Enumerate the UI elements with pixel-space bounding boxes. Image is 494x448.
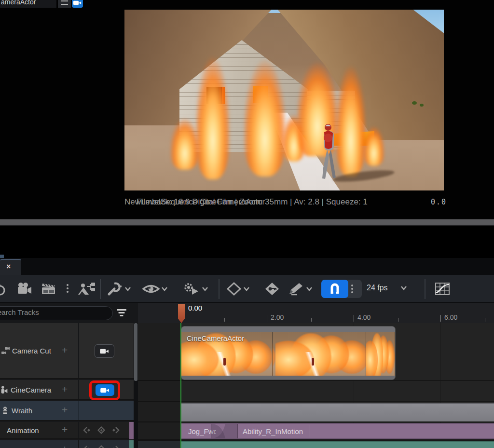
add-key-icon[interactable] — [97, 426, 105, 434]
create-camera-button[interactable] — [16, 282, 33, 296]
track-name: Camera Cut — [12, 347, 51, 355]
corner-fragment — [0, 255, 4, 258]
snapping-group — [321, 280, 362, 298]
fps-label: 24 fps — [367, 284, 388, 292]
ruler-tick — [311, 318, 312, 322]
row-separator — [138, 401, 494, 402]
prev-key-icon[interactable] — [83, 426, 92, 434]
ruler-tick — [267, 315, 267, 322]
track-scrollbar[interactable] — [134, 323, 138, 448]
search-tracks-box[interactable] — [0, 306, 113, 320]
sequencer-tab[interactable]: × — [0, 259, 21, 275]
next-key-icon[interactable] — [111, 426, 120, 434]
curve-editor-icon — [434, 282, 452, 296]
camera-cut-icon — [1, 347, 10, 355]
crossfade-region[interactable] — [211, 424, 237, 438]
camera-menu-button[interactable] — [58, 0, 71, 8]
transport-bar — [0, 226, 494, 258]
vertical-dots-icon — [67, 284, 69, 286]
ruler-tick-label: 4.00 — [357, 313, 370, 321]
track-row-animation[interactable]: Animation + — [0, 422, 134, 439]
toolbar-separator — [100, 279, 101, 299]
chevron-down-icon[interactable] — [161, 286, 168, 291]
chevron-down-icon — [400, 285, 407, 290]
bush — [420, 104, 424, 107]
render-movie-button[interactable] — [41, 282, 57, 296]
thumb-character — [312, 358, 314, 366]
snapping-toggle-button[interactable] — [321, 280, 348, 298]
auto-key-button[interactable] — [263, 282, 281, 296]
pilot-camera-button[interactable] — [72, 0, 83, 8]
viewport-3d-scene[interactable] — [124, 10, 444, 190]
keyframe-options-button[interactable] — [226, 282, 242, 296]
playhead-marker[interactable] — [178, 304, 185, 323]
divider — [78, 422, 79, 438]
add-track-button[interactable]: + — [62, 344, 68, 356]
camera-cut-clip[interactable]: CineCameraActor — [181, 326, 396, 380]
menu-icon — [61, 0, 68, 1]
ruler-tick-label: 2.00 — [271, 313, 284, 321]
playback-options-button[interactable] — [182, 282, 202, 296]
ruler-tick — [224, 318, 225, 322]
row-separator — [138, 380, 494, 381]
timeline-ruler[interactable]: 2.00 4.00 6.00 0.00 — [138, 303, 494, 323]
clip-boundary — [211, 424, 211, 438]
scrollbar-thumb[interactable] — [134, 323, 137, 381]
movie-camera-icon — [16, 282, 33, 296]
chevron-down-icon[interactable] — [202, 286, 208, 291]
render-options-button[interactable] — [64, 282, 71, 296]
add-track-button[interactable]: + — [62, 404, 68, 416]
search-tracks-input[interactable] — [0, 308, 104, 316]
chevron-down-icon[interactable] — [243, 286, 250, 291]
add-track-button[interactable]: + — [62, 424, 68, 435]
magnet-icon — [328, 282, 342, 296]
tab-close-button[interactable]: × — [6, 262, 11, 271]
animation-clip-label: Ability_R_InMotion — [243, 427, 303, 435]
track-rows: Camera Cut + — [0, 323, 138, 448]
view-options-button[interactable] — [142, 282, 160, 296]
divider — [78, 440, 79, 448]
actions-menu-button[interactable] — [107, 282, 124, 296]
chevron-down-icon[interactable] — [124, 286, 131, 291]
camera-lock-toggle-active[interactable] — [96, 384, 114, 396]
clip-thumbnail — [366, 332, 395, 377]
track-color-strip — [129, 440, 134, 448]
fps-dropdown[interactable]: 24 fps — [367, 281, 415, 297]
actor-to-sequencer-icon — [77, 282, 96, 296]
panel-splitter[interactable] — [0, 219, 494, 226]
track-name: CineCamera — [11, 386, 51, 394]
track-row-wraith[interactable]: Wraith + — [0, 401, 134, 421]
frame-counter: 0.0 — [431, 198, 447, 206]
track-color-strip — [129, 422, 134, 439]
snapping-options-button[interactable] — [351, 283, 353, 295]
clapperboard-icon — [41, 282, 57, 296]
track-row-cinecamera[interactable]: CineCamera + — [0, 380, 134, 400]
unreal-sequencer-window: ameraActor — [0, 0, 494, 448]
prev-key-icon[interactable] — [83, 445, 92, 448]
playhead-time-label: 0.00 — [188, 304, 202, 312]
add-track-button[interactable]: + — [62, 383, 68, 395]
next-key-icon[interactable] — [111, 445, 120, 448]
browse-button[interactable] — [0, 282, 6, 296]
ruler-tick — [354, 315, 354, 322]
edit-mode-button[interactable] — [288, 282, 305, 296]
filmback-caption: Filmback: 16:9 Digital Film | Zoom: 35mm… — [137, 197, 368, 207]
chevron-down-icon[interactable] — [306, 286, 313, 291]
viewport-caption: NewLevelSequence CineCameraActor Filmbac… — [0, 196, 494, 210]
animation-clips[interactable]: Jog_Fwd_Sta Ability_R_InMotion — [181, 423, 494, 439]
add-track-button[interactable]: + — [62, 443, 68, 448]
add-key-icon[interactable] — [97, 445, 105, 448]
add-actor-to-sequencer-button[interactable] — [77, 282, 96, 296]
timeline-track-area[interactable]: CineCameraActor Jog_Fwd_Sta Ability_R_In… — [138, 323, 494, 448]
ruler-tick — [398, 318, 398, 322]
wraith-range-band[interactable] — [181, 403, 494, 421]
camera-icon — [100, 387, 110, 394]
camera-selector-dropdown[interactable]: ameraActor — [0, 0, 56, 8]
filter-button[interactable] — [116, 308, 127, 318]
track-row-camera-cut[interactable]: Camera Cut + — [0, 323, 134, 379]
camera-selector-overlay: ameraActor — [0, 0, 87, 8]
camera-lock-toggle[interactable] — [95, 344, 114, 358]
teal-range-band[interactable] — [181, 441, 494, 448]
curve-editor-button[interactable] — [434, 282, 452, 296]
track-row-partial[interactable]: + — [0, 440, 134, 448]
